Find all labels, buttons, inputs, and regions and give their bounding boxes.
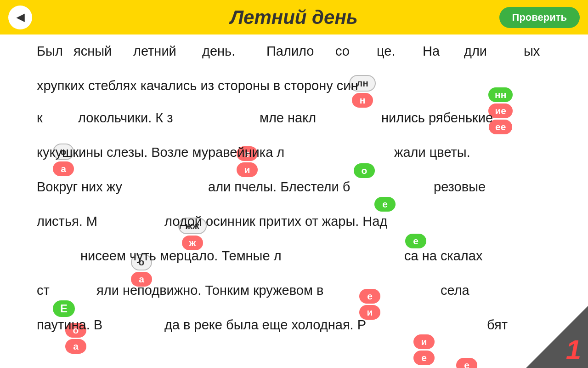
back-button[interactable]: ◀	[8, 6, 32, 29]
bubble-top-e4: е	[456, 358, 477, 368]
text-zhali: жали цветы.	[394, 145, 470, 160]
text-line4: Вокруг них жу	[37, 179, 122, 195]
text-niseem: нисеем чуть мерцало. Темные л	[80, 248, 282, 264]
text-lodoy: лодой осинник притих от жары. Над	[164, 214, 387, 229]
page-number: 1	[566, 334, 581, 366]
text-line3: кукушкины слезы. Возле муравейника л	[37, 145, 284, 160]
text-ykh: ых	[524, 44, 540, 59]
bubble-e-be[interactable]: е	[405, 234, 426, 248]
bubble-o-green: о	[354, 163, 375, 178]
bubble-e-le[interactable]: е	[374, 197, 396, 212]
text-rezovye: резовые	[434, 179, 486, 195]
check-button[interactable]: Проверить	[499, 7, 580, 28]
text-line-1: Был	[37, 44, 63, 59]
text-tse: це.	[377, 44, 395, 59]
text-st: ст	[37, 283, 50, 298]
text-line-1f: со	[335, 44, 350, 59]
bubble-ie3[interactable]: и е	[413, 334, 435, 365]
text-pautina: паутина. В	[37, 317, 102, 333]
bubble-E-label: Е	[53, 300, 75, 317]
content-area: Был ясный летний день. Палило со лн н це…	[0, 34, 588, 368]
text-sela: села	[441, 283, 469, 298]
text-line-1e: Палило	[266, 44, 314, 59]
text-locol: локольчики. К з	[78, 110, 173, 126]
bubble-bot-e3: е	[413, 351, 435, 365]
text-line2: хрупких стеблях качались из стороны в ст…	[37, 78, 358, 93]
bubble-bot-a3: а	[65, 339, 86, 354]
bubble-top-nn: нн	[488, 87, 513, 102]
text-da-reka: да в реке была еще холодная. Р	[164, 317, 366, 333]
bubble-bot-n: н	[352, 93, 373, 108]
text-mle: мле накл	[260, 110, 316, 126]
text-nilis: нились рябенькие	[381, 110, 493, 126]
corner-decoration: 1	[524, 306, 588, 368]
bubble-e-green2: е	[374, 197, 396, 212]
text-dli: дли	[464, 44, 487, 59]
bubble-o-nakl[interactable]: о	[354, 163, 375, 178]
text-line-1c: летний	[133, 44, 176, 59]
bubble-e-bere: е	[405, 234, 426, 248]
bubble-top-i3: и	[413, 334, 435, 349]
text-na: На	[423, 44, 440, 59]
text-sa: са на скалах	[404, 248, 482, 264]
text-line-1d: день.	[202, 44, 235, 59]
text-yali: яли неподвижно. Тонким кружевом в	[96, 283, 323, 298]
bubble-E-big[interactable]: Е	[53, 300, 75, 317]
bubble-bot-i1: и	[237, 162, 258, 177]
text-line5: листья. М	[37, 214, 97, 229]
text-k: к	[37, 110, 43, 126]
text-ali: али пчелы. Блестели б	[208, 179, 350, 195]
bubble-bot-a: а	[53, 161, 74, 176]
bubble-top-e2: е	[359, 289, 380, 304]
text-byat: бят	[487, 317, 508, 333]
bubble-ei4[interactable]: е и	[456, 358, 477, 368]
page-title: Летний день	[230, 6, 358, 29]
header: ◀ Летний день Проверить	[0, 0, 588, 34]
text-line-1b: ясный	[74, 44, 112, 59]
bubble-ei2[interactable]: е и	[359, 289, 380, 320]
